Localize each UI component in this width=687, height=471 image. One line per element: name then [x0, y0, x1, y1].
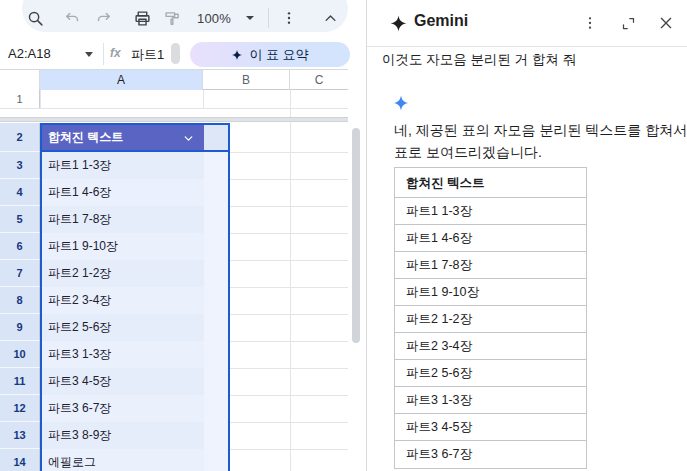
- cell-A12[interactable]: 파트3 6-7장: [42, 395, 228, 422]
- table-header-chevron-icon[interactable]: [182, 131, 195, 149]
- summarize-table-chip[interactable]: 이 표 요약: [190, 42, 350, 67]
- cell-A8[interactable]: 파트2 3-4장: [42, 287, 228, 314]
- gridline: [230, 179, 348, 180]
- gemini-result-table: 합쳐진 텍스트 파트1 1-3장파트1 4-6장파트1 7-8장파트1 9-10…: [394, 167, 587, 469]
- cell-strip: [204, 368, 228, 395]
- collapse-toolbar-icon[interactable]: [320, 8, 340, 28]
- gridline: [230, 206, 348, 207]
- row-header-2[interactable]: 2: [0, 123, 40, 152]
- cell-strip: [204, 449, 228, 471]
- row-header-14[interactable]: 14: [0, 449, 40, 471]
- gridline: [0, 108, 348, 109]
- table-header-strip: [204, 125, 228, 150]
- cell-value: 파트2 5-6장: [42, 314, 204, 341]
- row-header-10[interactable]: 10: [0, 341, 40, 368]
- summarize-table-label: 이 표 요약: [249, 46, 308, 64]
- name-box-caret-icon[interactable]: [85, 52, 93, 57]
- row-header-13[interactable]: 13: [0, 422, 40, 449]
- formula-bar-handle[interactable]: [171, 43, 180, 64]
- fx-icon: fx: [110, 46, 121, 60]
- paint-format-icon[interactable]: [162, 8, 182, 28]
- row-header-12[interactable]: 12: [0, 395, 40, 422]
- cell-A2-table-header[interactable]: 합쳐진 텍스트: [42, 125, 204, 150]
- redo-icon[interactable]: [93, 8, 113, 28]
- gemini-spark-icon: [387, 12, 409, 34]
- cell-value: 파트3 6-7장: [42, 395, 204, 422]
- cell-A7[interactable]: 파트2 1-2장: [42, 260, 228, 287]
- cell-value: 파트1 9-10장: [42, 233, 204, 260]
- row-header-1[interactable]: 1: [0, 90, 40, 108]
- cell-value: 에필로그: [42, 449, 204, 471]
- cell-value: 파트2 3-4장: [42, 287, 204, 314]
- gemini-response-spark-icon: [392, 94, 410, 116]
- gridline: [230, 449, 348, 450]
- zoom-level[interactable]: 100%: [197, 11, 231, 26]
- cell-A13[interactable]: 파트3 8-9장: [42, 422, 228, 449]
- formula-input[interactable]: 파트1: [131, 46, 164, 64]
- gemini-table-row: 파트2 1-2장: [395, 306, 586, 333]
- gridline: [230, 341, 348, 342]
- gemini-table-row: 파트1 7-8장: [395, 252, 586, 279]
- cell-A5[interactable]: 파트1 7-8장: [42, 206, 228, 233]
- toolbar-separator: [268, 8, 269, 28]
- row-header-5[interactable]: 5: [0, 206, 40, 233]
- column-header-b[interactable]: B: [203, 70, 290, 90]
- row-header-6[interactable]: 6: [0, 233, 40, 260]
- cell-strip: [204, 260, 228, 287]
- cell-strip: [204, 152, 228, 179]
- select-all-corner[interactable]: [0, 70, 40, 90]
- gemini-title: Gemini: [414, 12, 468, 30]
- gemini-table-row: 파트2 3-4장: [395, 333, 586, 360]
- cell-value: 파트3 8-9장: [42, 422, 204, 449]
- gridline: [230, 260, 348, 261]
- cell-A3[interactable]: 파트1 1-3장: [42, 152, 228, 179]
- print-icon[interactable]: [132, 8, 152, 28]
- close-panel-icon[interactable]: [655, 12, 677, 34]
- cell-A4[interactable]: 파트1 4-6장: [42, 179, 228, 206]
- undo-icon[interactable]: [62, 8, 82, 28]
- gemini-menu-icon[interactable]: [579, 12, 601, 34]
- column-header-a[interactable]: A: [40, 70, 203, 90]
- spark-icon: [231, 49, 243, 61]
- gemini-table-row: 파트1 9-10장: [395, 279, 586, 306]
- gemini-table-row: 파트1 1-3장: [395, 198, 586, 225]
- user-message: 이것도 자모음 분리된 거 합쳐 줘: [382, 51, 576, 69]
- zoom-caret-down-icon[interactable]: [240, 8, 260, 28]
- more-vert-icon[interactable]: [279, 8, 299, 28]
- name-box[interactable]: A2:A18: [8, 46, 51, 61]
- cell-value: 파트3 4-5장: [42, 368, 204, 395]
- gemini-side-panel: Gemini 이것도 자모음 분리된 거 합쳐 줘 네, 제공된 표의 자모음 …: [367, 0, 687, 471]
- cell-A6[interactable]: 파트1 9-10장: [42, 233, 228, 260]
- gridline: [230, 314, 348, 315]
- cell-strip: [204, 395, 228, 422]
- gridline: [230, 395, 348, 396]
- search-icon[interactable]: [25, 8, 45, 28]
- expand-panel-icon[interactable]: [617, 12, 639, 34]
- cell-A11[interactable]: 파트3 4-5장: [42, 368, 228, 395]
- gridline: [230, 152, 348, 153]
- row-header-9[interactable]: 9: [0, 314, 40, 341]
- gemini-table-row: 파트3 1-3장: [395, 387, 586, 414]
- sheets-toolbar: 100%: [0, 0, 366, 40]
- column-header-c[interactable]: C: [290, 70, 348, 90]
- gridline: [40, 90, 41, 108]
- row-header-4[interactable]: 4: [0, 179, 40, 206]
- cell-value: 파트1 1-3장: [42, 152, 204, 179]
- formula-bar-separator: [103, 43, 104, 65]
- gemini-header: Gemini: [367, 0, 687, 47]
- cell-A10[interactable]: 파트3 1-3장: [42, 341, 228, 368]
- row-header-7[interactable]: 7: [0, 260, 40, 287]
- cell-strip: [204, 287, 228, 314]
- vertical-scrollbar[interactable]: [352, 128, 360, 343]
- gemini-table-row: 파트1 4-6장: [395, 225, 586, 252]
- frozen-row-divider[interactable]: [0, 117, 348, 122]
- gemini-table-header: 합쳐진 텍스트: [395, 168, 586, 198]
- cell-A9[interactable]: 파트2 5-6장: [42, 314, 228, 341]
- row-header-3[interactable]: 3: [0, 152, 40, 179]
- cell-value: 파트1 7-8장: [42, 206, 204, 233]
- row-header-8[interactable]: 8: [0, 287, 40, 314]
- cell-A14[interactable]: 에필로그: [42, 449, 228, 471]
- column-header-strip: A B C: [0, 69, 348, 90]
- row-header-11[interactable]: 11: [0, 368, 40, 395]
- selected-range-a2-a18[interactable]: 합쳐진 텍스트 파트1 1-3장파트1 4-6장파트1 7-8장파트1 9-10…: [40, 123, 230, 471]
